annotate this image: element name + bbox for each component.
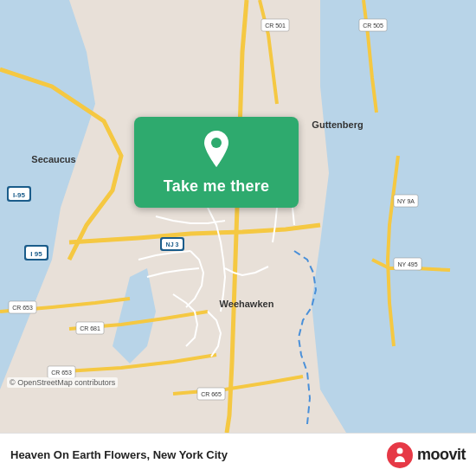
svg-text:Weehawken: Weehawken <box>220 299 274 309</box>
svg-text:I 95: I 95 <box>30 250 42 258</box>
svg-text:CR 665: CR 665 <box>201 391 222 397</box>
svg-text:CR 681: CR 681 <box>80 325 100 331</box>
svg-text:NY 9A: NY 9A <box>397 198 415 204</box>
svg-text:NJ 3: NJ 3 <box>166 241 179 248</box>
take-me-there-card[interactable]: Take me there <box>134 117 299 208</box>
svg-point-34 <box>396 447 402 453</box>
bottom-bar: Heaven On Earth Flowers, New York City m… <box>0 433 476 476</box>
svg-text:CR 501: CR 501 <box>265 23 286 29</box>
place-info: Heaven On Earth Flowers, New York City <box>10 448 228 461</box>
osm-attribution: © OpenStreetMap contributors <box>7 377 118 388</box>
map-container: I-95 NJ 3 CR 501 CR 505 NY 9A NY 495 CR … <box>0 0 476 433</box>
moovit-brand-icon <box>386 441 414 469</box>
take-me-there-label: Take me there <box>164 177 269 196</box>
svg-point-32 <box>211 138 222 148</box>
svg-text:CR 653: CR 653 <box>51 370 72 376</box>
svg-text:NY 495: NY 495 <box>397 261 417 267</box>
svg-marker-1 <box>312 0 476 433</box>
svg-text:Secaucus: Secaucus <box>31 154 75 164</box>
moovit-text-label: moovit <box>417 446 466 464</box>
svg-text:Guttenberg: Guttenberg <box>312 119 363 130</box>
svg-text:CR 505: CR 505 <box>363 23 383 29</box>
svg-text:I-95: I-95 <box>13 191 25 199</box>
svg-text:CR 653: CR 653 <box>12 305 33 311</box>
moovit-logo: moovit <box>386 441 466 469</box>
place-name: Heaven On Earth Flowers, New York City <box>10 448 228 461</box>
svg-point-33 <box>387 442 413 468</box>
location-pin-icon <box>196 129 237 170</box>
